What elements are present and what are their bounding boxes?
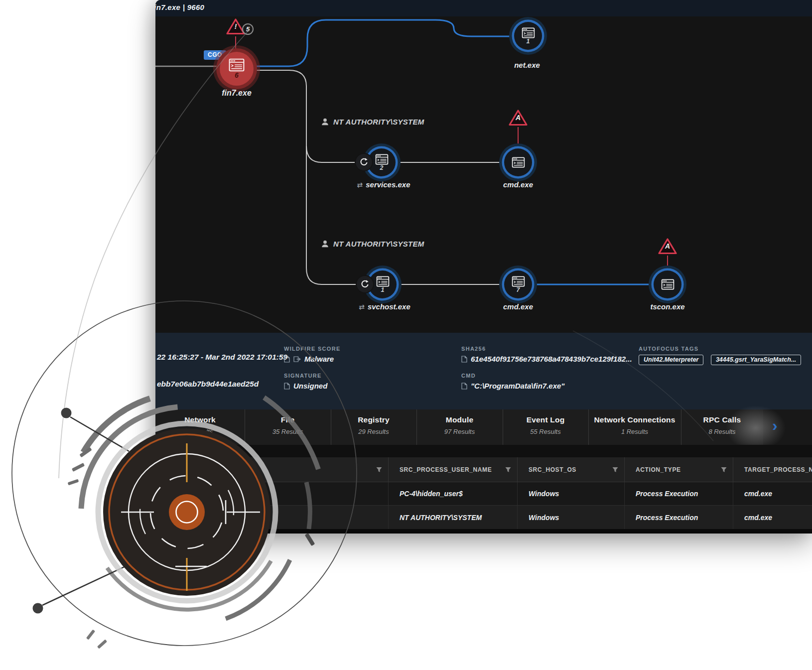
terminal-window-icon <box>512 276 525 287</box>
tabs-table-gap <box>155 445 812 457</box>
cell-hidden <box>155 506 389 529</box>
tab-divider <box>416 409 417 445</box>
filter-icon[interactable] <box>505 467 511 472</box>
cell-action-type: Process Execution <box>625 482 733 505</box>
cell-target-process-name: cmd.exe <box>733 482 812 505</box>
hash-value: ebb7e06ab7b9d44e1aed25d <box>157 380 259 389</box>
table-row[interactable]: PC-4\hidden_user$ Windows Process Execut… <box>155 482 812 506</box>
process-label-services[interactable]: ⇄ services.exe <box>357 180 410 189</box>
user-context-row: NT AUTHORITY\SYSTEM <box>321 240 424 248</box>
cycle-icon: ⇄ <box>357 181 363 189</box>
events-table: SRC_PROCESS_USER_NAME SRC_HOST_OS ACTION… <box>155 457 812 529</box>
process-injection-icon[interactable] <box>357 276 373 292</box>
terminal-window-icon <box>522 27 535 38</box>
process-node-cmd-2[interactable]: 7 <box>504 270 532 298</box>
cell-src-process-user-name: PC-4\hidden_user$ <box>389 482 518 505</box>
process-label-cmd-1[interactable]: cmd.exe <box>503 180 533 189</box>
table-header-row: SRC_PROCESS_USER_NAME SRC_HOST_OS ACTION… <box>155 457 812 482</box>
terminal-window-icon <box>375 154 389 165</box>
cell-hidden <box>155 482 389 505</box>
cell-target-process-name: cmd.exe <box>733 506 812 529</box>
filter-icon[interactable] <box>721 467 727 472</box>
signature-label: SIGNATURE <box>284 373 322 379</box>
tab-divider <box>681 409 681 445</box>
tab-network-connections[interactable]: Network Connections1 Results <box>588 409 681 445</box>
window-titlebar: fin7.exe | 9660 <box>155 0 812 16</box>
tab-divider <box>503 409 503 445</box>
wildfire-score-label: WILDFIRE SCORE <box>284 346 341 352</box>
process-label-svchost[interactable]: ⇄ svchost.exe <box>359 302 410 311</box>
process-node-net[interactable]: 1 <box>514 22 542 50</box>
tab-file[interactable]: File35 Results <box>245 409 331 445</box>
process-injection-icon[interactable] <box>356 154 372 170</box>
column-header-target-process-name[interactable]: TARGET_PROCESS_NAME <box>733 457 812 482</box>
user-context-row: NT AUTHORITY\SYSTEM <box>321 118 424 126</box>
cell-src-process-user-name: NT AUTHORITY\SYSTEM <box>389 506 518 529</box>
tag-chip[interactable]: Unit42.Meterpreter <box>639 355 703 365</box>
terminal-window-icon <box>229 58 245 72</box>
alert-triangle-icon[interactable]: A <box>658 238 677 255</box>
table-row[interactable]: NT AUTHORITY\SYSTEM Windows Process Exec… <box>155 506 812 529</box>
process-details-panel: 22 16:25:27 - Mar 2nd 2022 17:01:59 ebb7… <box>155 333 812 409</box>
user-icon <box>321 240 329 248</box>
process-label-tscon[interactable]: tscon.exe <box>650 302 684 311</box>
window-title: fin7.exe | 9660 <box>155 3 204 11</box>
file-icon <box>461 356 467 363</box>
cmd-value: "C:\ProgramData\fin7.exe" <box>461 382 564 390</box>
sha256-value: 61e4540f91756e738768a478439b7ce129f182..… <box>461 355 632 363</box>
tab-divider <box>331 409 331 445</box>
user-icon <box>321 118 329 126</box>
process-graph[interactable]: ! 5 CGO 6 fin7.exe 1 net.exe NT AUT <box>155 16 812 333</box>
process-label-net[interactable]: net.exe <box>514 61 540 69</box>
tab-registry[interactable]: Registry29 Results <box>331 409 416 445</box>
chevron-right-icon: › <box>772 416 778 435</box>
page: fin7.exe | 9660 ! 5 CGO <box>0 0 812 670</box>
wildfire-score-value: Malware <box>284 355 334 363</box>
sha256-label: SHA256 <box>461 346 486 352</box>
alert-count-badge[interactable]: 5 <box>242 23 254 35</box>
tab-module[interactable]: Module97 Results <box>416 409 503 445</box>
filter-icon[interactable] <box>612 467 618 472</box>
column-header-hidden[interactable] <box>155 457 389 482</box>
signature-value: Unsigned <box>284 382 327 390</box>
tab-divider <box>588 409 589 445</box>
tag-chip[interactable]: 34445.gsrt_YaraSigMatch... <box>711 355 801 365</box>
file-icon <box>284 356 290 363</box>
autofocus-tags-label: AUTOFOCUS TAGS <box>639 346 698 352</box>
terminal-window-icon <box>512 157 525 168</box>
cycle-icon: ⇄ <box>359 303 365 311</box>
file-icon <box>461 383 467 390</box>
alert-triangle-icon[interactable]: A <box>508 109 528 127</box>
tab-event-log[interactable]: Event Log55 Results <box>503 409 588 445</box>
file-export-icon <box>293 356 301 363</box>
terminal-window-icon <box>376 276 390 287</box>
cmd-label: CMD <box>461 373 476 379</box>
window-bottom-edge <box>155 529 812 534</box>
cell-src-host-os: Windows <box>518 482 625 505</box>
file-icon <box>284 383 290 390</box>
process-label-cmd-2[interactable]: cmd.exe <box>503 302 533 311</box>
cell-src-host-os: Windows <box>518 506 625 529</box>
terminal-window-icon <box>661 279 675 290</box>
result-tabs-bar: Networklts File35 Results Registry29 Res… <box>155 409 812 445</box>
column-header-action-type[interactable]: ACTION_TYPE <box>625 457 733 482</box>
process-node-cmd-1[interactable] <box>504 148 532 176</box>
column-header-src-host-os[interactable]: SRC_HOST_OS <box>518 457 625 482</box>
timestamp-value: 22 16:25:27 - Mar 2nd 2022 17:01:59 <box>157 353 287 362</box>
tab-divider <box>245 409 245 445</box>
causality-analysis-window: fin7.exe | 9660 ! 5 CGO <box>155 0 812 534</box>
column-header-src-process-user-name[interactable]: SRC_PROCESS_USER_NAME <box>389 457 518 482</box>
process-node-fin7[interactable]: 6 <box>220 52 254 86</box>
tab-network[interactable]: Networklts <box>155 409 245 445</box>
tabs-scroll-next-button[interactable]: › <box>763 409 812 445</box>
process-edges <box>155 16 812 333</box>
filter-icon[interactable] <box>376 467 382 472</box>
process-label-fin7[interactable]: fin7.exe <box>222 89 252 98</box>
autofocus-tags: Unit42.Meterpreter 34445.gsrt_YaraSigMat… <box>639 355 806 365</box>
process-node-tscon[interactable] <box>654 270 681 298</box>
cell-action-type: Process Execution <box>625 506 733 529</box>
